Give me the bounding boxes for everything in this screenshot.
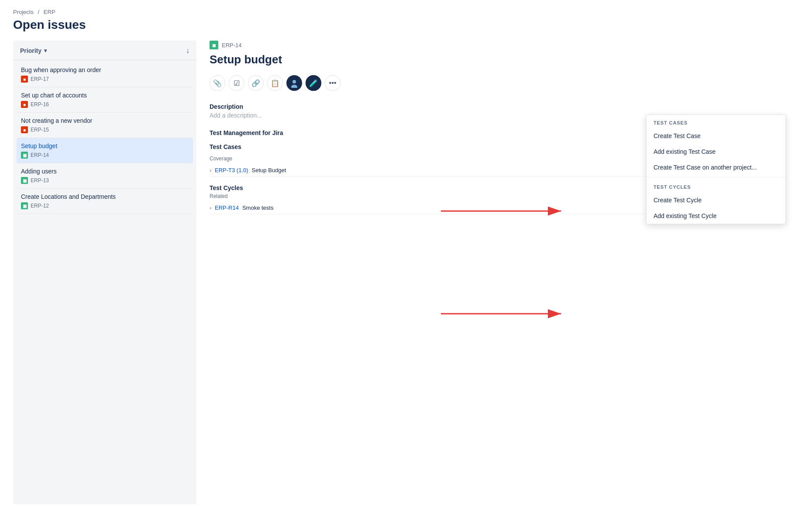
create-test-cycle-item[interactable]: Create Test Cycle	[647, 192, 785, 208]
detail-title: Setup budget	[210, 53, 786, 66]
issue-title: Create Locations and Departments	[21, 193, 189, 200]
test-case-chevron-icon: ›	[210, 167, 211, 173]
issue-list: Bug when approving an order ■ ERP-17 Set…	[13, 62, 196, 214]
issue-type-icon: ▣	[21, 202, 28, 209]
issue-item[interactable]: Set up chart of accounts ■ ERP-16	[17, 87, 193, 113]
breadcrumb-project[interactable]: ERP	[44, 9, 55, 15]
dropdown-menu: TEST CASES Create Test Case Add existing…	[646, 114, 786, 224]
breadcrumb: Projects / ERP	[13, 9, 799, 15]
issue-ref: ▣ ERP-14	[210, 41, 786, 49]
issue-type-icon: ▣	[21, 152, 28, 159]
user-avatar[interactable]	[286, 75, 302, 91]
link-button[interactable]: 🔗	[248, 75, 264, 91]
issue-id: ERP-17	[31, 76, 49, 82]
priority-filter[interactable]: Priority ▾	[20, 47, 47, 54]
breadcrumb-sep: /	[38, 9, 40, 15]
issue-type-icon: ■	[21, 101, 28, 108]
issue-type-icon: ■	[21, 126, 28, 133]
priority-label: Priority	[20, 47, 41, 54]
arrow-2	[441, 303, 568, 326]
issue-item[interactable]: Not creating a new vendor ■ ERP-15	[17, 113, 193, 138]
svg-text:▣: ▣	[212, 43, 216, 48]
issue-ref-icon: ▣	[210, 41, 218, 49]
issue-item[interactable]: Bug when approving an order ■ ERP-17	[17, 62, 193, 87]
issue-id: ERP-16	[31, 101, 49, 107]
test-cycles-section-header: TEST CYCLES	[647, 179, 785, 192]
test-cases-header: Test Cases + ▾ TEST CASES Create Test Ca…	[210, 141, 786, 153]
issue-id: ERP-14	[31, 152, 49, 158]
create-test-case-another-item[interactable]: Create Test Case on another project...	[647, 159, 785, 175]
issue-title: Not creating a new vendor	[21, 117, 189, 124]
issue-detail-panel: ▣ ERP-14 Setup budget 📎 ☑ 🔗 📋	[196, 41, 799, 504]
attach-button[interactable]: 📎	[210, 75, 225, 91]
issue-id: ERP-15	[31, 127, 49, 133]
issue-title: Adding users	[21, 168, 189, 175]
issue-title: Setup budget	[21, 142, 189, 149]
test-cases-title: Test Cases	[210, 143, 241, 150]
svg-point-3	[292, 80, 296, 83]
breadcrumb-projects[interactable]: Projects	[13, 9, 34, 15]
test-case-name: Setup Budget	[252, 167, 286, 173]
issue-id: ERP-13	[31, 177, 49, 184]
sort-icon[interactable]: ↓	[186, 47, 189, 55]
page-title: Open issues	[13, 18, 799, 32]
issue-title: Set up chart of accounts	[21, 92, 189, 99]
issue-item[interactable]: Adding users ▣ ERP-13	[17, 163, 193, 189]
dropdown-divider	[647, 177, 785, 177]
issue-type-icon: ■	[21, 76, 28, 83]
checklist-button[interactable]: ☑	[229, 75, 244, 91]
template-button[interactable]: 📋	[267, 75, 283, 91]
test-case-link[interactable]: ERP-T3 (1.0)	[215, 167, 248, 173]
issues-list-panel: Priority ▾ ↓ Bug when approving an order…	[13, 41, 196, 504]
test-cycle-name: Smoke tests	[242, 205, 274, 211]
svg-text:🧪: 🧪	[309, 79, 318, 87]
more-button[interactable]: •••	[325, 75, 341, 91]
test-cases-section-header: TEST CASES	[647, 115, 785, 128]
issue-id: ERP-12	[31, 203, 49, 209]
add-existing-test-cycle-item[interactable]: Add existing Test Cycle	[647, 208, 785, 224]
description-label: Description	[210, 103, 786, 110]
toolbar: 📎 ☑ 🔗 📋 🧪 •••	[210, 75, 786, 91]
issue-title: Bug when approving an order	[21, 66, 189, 73]
issue-item[interactable]: Create Locations and Departments ▣ ERP-1…	[17, 189, 193, 214]
create-test-case-item[interactable]: Create Test Case	[647, 128, 785, 144]
issue-ref-id: ERP-14	[222, 42, 242, 49]
test-cycle-chevron-icon: ›	[210, 205, 211, 211]
add-existing-test-case-item[interactable]: Add existing Test Case	[647, 144, 785, 159]
test-cycle-link[interactable]: ERP-R14	[215, 205, 239, 211]
add-btn-group: + ▾ TEST CASES Create Test Case Add exis…	[760, 141, 786, 153]
flask-button[interactable]: 🧪	[306, 75, 321, 91]
priority-chevron-icon: ▾	[44, 48, 47, 54]
filter-bar: Priority ▾ ↓	[13, 47, 196, 60]
issue-type-icon: ▣	[21, 177, 28, 184]
issue-item-active[interactable]: Setup budget ▣ ERP-14	[17, 138, 193, 163]
